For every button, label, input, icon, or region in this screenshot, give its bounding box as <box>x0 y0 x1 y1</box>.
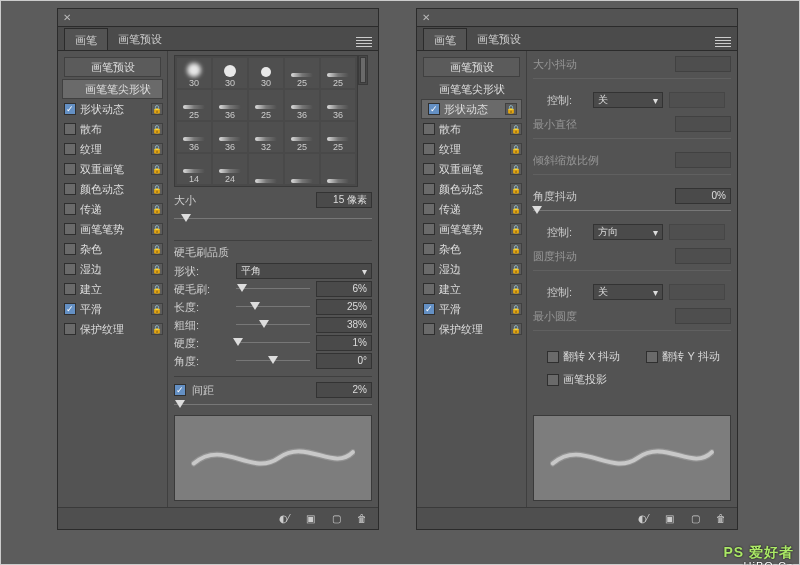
slider[interactable] <box>236 283 310 295</box>
checkbox[interactable] <box>64 243 76 255</box>
checkbox[interactable]: ✓ <box>423 303 435 315</box>
checkbox[interactable] <box>423 123 435 135</box>
checkbox[interactable] <box>64 143 76 155</box>
slider[interactable] <box>236 319 310 331</box>
size-slider[interactable] <box>174 213 372 234</box>
create-brush-icon[interactable]: ▢ <box>328 512 344 526</box>
value-input[interactable]: 25% <box>316 299 372 315</box>
brush-tip-shape[interactable]: 画笔笔尖形状 <box>62 79 163 99</box>
tab-brush-presets[interactable]: 画笔预设 <box>108 28 172 50</box>
brush-tip[interactable]: 36 <box>285 90 319 120</box>
brush-tip[interactable]: 36 <box>213 122 247 152</box>
option-5[interactable]: 传递🔒 <box>417 199 526 219</box>
option-2[interactable]: 纹理🔒 <box>417 139 526 159</box>
checkbox[interactable] <box>64 263 76 275</box>
option-5[interactable]: 传递🔒 <box>58 199 167 219</box>
flip-x-jitter[interactable]: 翻转 X 抖动 <box>547 349 620 364</box>
brush-tip[interactable]: 25 <box>285 58 319 88</box>
brush-tip-grid[interactable]: 3030302525253625363636363225251424 <box>174 55 358 187</box>
option-0[interactable]: ✓形状动态🔒 <box>58 99 167 119</box>
new-preset-icon[interactable]: ▣ <box>661 512 677 526</box>
slider[interactable] <box>236 355 310 367</box>
lock-icon[interactable]: 🔒 <box>510 283 522 295</box>
lock-icon[interactable]: 🔒 <box>151 143 163 155</box>
brush-tip[interactable]: 14 <box>177 154 211 184</box>
slider[interactable] <box>533 205 731 217</box>
control-select[interactable]: 关▾ <box>593 92 663 108</box>
option-1[interactable]: 散布🔒 <box>417 119 526 139</box>
option-7[interactable]: 杂色🔒 <box>58 239 167 259</box>
lock-icon[interactable]: 🔒 <box>151 323 163 335</box>
option-10[interactable]: ✓平滑🔒 <box>58 299 167 319</box>
lock-icon[interactable]: 🔒 <box>151 103 163 115</box>
lock-icon[interactable]: 🔒 <box>151 183 163 195</box>
lock-icon[interactable]: 🔒 <box>510 303 522 315</box>
brush-projection[interactable]: 画笔投影 <box>547 372 731 387</box>
checkbox[interactable] <box>64 223 76 235</box>
checkbox[interactable]: ✓ <box>428 103 440 115</box>
lock-icon[interactable]: 🔒 <box>510 223 522 235</box>
option-4[interactable]: 颜色动态🔒 <box>58 179 167 199</box>
panel-menu-icon[interactable] <box>715 34 731 50</box>
trash-icon[interactable]: 🗑 <box>713 512 729 526</box>
checkbox[interactable] <box>64 123 76 135</box>
toggle-preview-icon[interactable]: ◐⁄ <box>276 512 292 526</box>
brush-tip[interactable]: 36 <box>213 90 247 120</box>
brush-tip[interactable]: 24 <box>213 154 247 184</box>
lock-icon[interactable]: 🔒 <box>151 123 163 135</box>
brush-tip[interactable] <box>321 154 355 184</box>
lock-icon[interactable]: 🔒 <box>151 223 163 235</box>
option-6[interactable]: 画笔笔势🔒 <box>417 219 526 239</box>
brush-tip[interactable]: 30 <box>249 58 283 88</box>
checkbox[interactable]: ✓ <box>64 103 76 115</box>
checkbox[interactable] <box>64 323 76 335</box>
lock-icon[interactable]: 🔒 <box>510 263 522 275</box>
size-value[interactable]: 15 像素 <box>316 192 372 208</box>
lock-icon[interactable]: 🔒 <box>505 103 517 115</box>
option-7[interactable]: 杂色🔒 <box>417 239 526 259</box>
lock-icon[interactable]: 🔒 <box>151 203 163 215</box>
shape-select[interactable]: 平角▾ <box>236 263 372 279</box>
checkbox[interactable] <box>423 323 435 335</box>
checkbox[interactable] <box>423 163 435 175</box>
tab-brush[interactable]: 画笔 <box>64 28 108 50</box>
new-preset-icon[interactable]: ▣ <box>302 512 318 526</box>
brush-tip[interactable]: 30 <box>177 58 211 88</box>
lock-icon[interactable]: 🔒 <box>151 283 163 295</box>
brush-tip[interactable]: 25 <box>177 90 211 120</box>
option-1[interactable]: 散布🔒 <box>58 119 167 139</box>
option-3[interactable]: 双重画笔🔒 <box>58 159 167 179</box>
checkbox[interactable] <box>423 223 435 235</box>
brush-tip[interactable] <box>249 154 283 184</box>
checkbox[interactable] <box>423 183 435 195</box>
lock-icon[interactable]: 🔒 <box>510 203 522 215</box>
lock-icon[interactable]: 🔒 <box>510 183 522 195</box>
brush-tip[interactable]: 36 <box>177 122 211 152</box>
option-2[interactable]: 纹理🔒 <box>58 139 167 159</box>
lock-icon[interactable]: 🔒 <box>510 243 522 255</box>
value-input[interactable]: 1% <box>316 335 372 351</box>
checkbox[interactable]: ✓ <box>64 303 76 315</box>
brush-tip[interactable]: 30 <box>213 58 247 88</box>
lock-icon[interactable]: 🔒 <box>151 303 163 315</box>
close-icon[interactable]: ✕ <box>58 12 76 23</box>
brush-tip[interactable]: 25 <box>321 122 355 152</box>
control-select[interactable]: 方向▾ <box>593 224 663 240</box>
checkbox[interactable] <box>423 283 435 295</box>
option-0[interactable]: ✓形状动态🔒 <box>421 99 522 119</box>
slider[interactable] <box>236 337 310 349</box>
flip-y-jitter[interactable]: 翻转 Y 抖动 <box>646 349 719 364</box>
lock-icon[interactable]: 🔒 <box>510 323 522 335</box>
tab-brush[interactable]: 画笔 <box>423 28 467 50</box>
panel-menu-icon[interactable] <box>356 34 372 50</box>
value-input[interactable]: 6% <box>316 281 372 297</box>
option-4[interactable]: 颜色动态🔒 <box>417 179 526 199</box>
option-8[interactable]: 湿边🔒 <box>58 259 167 279</box>
checkbox[interactable] <box>423 263 435 275</box>
lock-icon[interactable]: 🔒 <box>510 143 522 155</box>
create-brush-icon[interactable]: ▢ <box>687 512 703 526</box>
checkbox[interactable] <box>64 203 76 215</box>
checkbox[interactable] <box>423 243 435 255</box>
spacing-slider[interactable] <box>174 399 372 411</box>
lock-icon[interactable]: 🔒 <box>510 163 522 175</box>
